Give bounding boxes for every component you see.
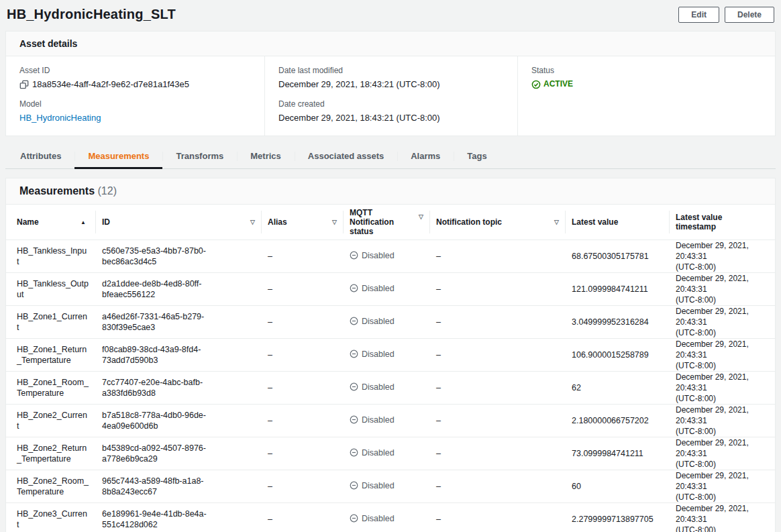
table-row[interactable]: HB_Zone2_Current b7a518c8-778a-4db0-96de… <box>6 405 775 437</box>
column-header-notification-topic: Notification topic ▽ <box>429 205 565 240</box>
model-link[interactable]: HB_HydronicHeating <box>19 112 101 123</box>
asset-details-title: Asset details <box>6 32 775 56</box>
measurement-name: HB_Tankless_Output <box>17 278 89 300</box>
notification-topic: – <box>436 317 441 327</box>
latest-value: 2.180000066757202 <box>572 416 649 425</box>
cell-latest-value-timestamp: December 29, 2021, 20:43:31 (UTC-8:00) <box>669 405 775 437</box>
cell-id: 6e189961-9e4e-41db-8e4a-551c4128d062 <box>95 503 261 532</box>
cell-latest-value: 121.0999984741211 <box>565 273 669 306</box>
table-row[interactable]: HB_Zone2_Return_Tempertature b45389cd-a0… <box>6 437 775 470</box>
tab-associated-assets[interactable]: Associated assets <box>295 146 397 168</box>
cell-mqtt-status: Disabled <box>343 339 429 372</box>
table-row[interactable]: HB_Zone1_Return_Tempertature f08cab89-38… <box>6 339 775 372</box>
cell-mqtt-status: Disabled <box>343 273 429 306</box>
cell-id: f08cab89-38cd-43a9-8fd4-73add7d590b3 <box>95 339 261 372</box>
delete-button[interactable]: Delete <box>725 7 774 23</box>
measurement-id: a46ed26f-7331-46a5-b279-830f39e5cae3 <box>102 312 204 332</box>
measurement-alias: – <box>268 515 272 524</box>
latest-value-timestamp: December 29, 2021, 20:43:31 (UTC-8:00) <box>676 504 749 532</box>
measurement-alias: – <box>268 252 272 261</box>
cell-mqtt-status: Disabled <box>343 306 429 339</box>
column-header-mqtt-notification-status: MQTT Notification status ▽ <box>343 205 429 240</box>
tab-label: Attributes <box>20 151 61 161</box>
cell-alias: – <box>261 306 343 339</box>
cell-name: HB_Zone2_Room_Temperature <box>6 470 95 503</box>
measurement-name: HB_Zone2_Room_Temperature <box>17 476 89 497</box>
cell-name: HB_Zone1_Room_Temperature <box>6 372 95 405</box>
table-row[interactable]: HB_Zone1_Current a46ed26f-7331-46a5-b279… <box>6 306 775 339</box>
notification-topic: – <box>436 482 441 491</box>
cell-latest-value: 62 <box>565 372 669 405</box>
table-row[interactable]: HB_Zone2_Room_Temperature 965c7443-a589-… <box>6 470 775 503</box>
mqtt-status-badge: Disabled <box>350 283 395 294</box>
cell-name: HB_Zone2_Return_Tempertature <box>6 437 95 470</box>
latest-value: 2.2799999713897705 <box>572 515 654 524</box>
cell-notification-topic: – <box>429 470 565 503</box>
tab-alarms[interactable]: Alarms <box>397 146 454 168</box>
cell-mqtt-status: Disabled <box>343 372 429 405</box>
latest-value: 121.0999984741211 <box>572 284 648 294</box>
details-column-2: Date last modified December 29, 2021, 18… <box>264 56 517 136</box>
cell-alias: – <box>261 470 343 503</box>
latest-value-timestamp: December 29, 2021, 20:43:31 (UTC-8:00) <box>676 307 749 337</box>
cell-name: HB_Zone3_Current <box>6 503 95 532</box>
date-created-field: Date created December 29, 2021, 18:43:21… <box>278 99 504 123</box>
notification-topic: – <box>436 350 441 360</box>
date-last-modified-value: December 29, 2021, 18:43:21 (UTC-8:00) <box>278 78 440 90</box>
date-created-label: Date created <box>278 99 504 109</box>
filter-icon[interactable]: ▽ <box>554 219 559 225</box>
cell-latest-value: 60 <box>565 470 669 503</box>
filter-icon[interactable]: ▽ <box>419 213 423 220</box>
copy-icon[interactable] <box>19 80 29 89</box>
cell-notification-topic: – <box>429 405 565 437</box>
column-header-id: ID ▽ <box>95 205 261 240</box>
cell-alias: – <box>261 240 343 273</box>
measurement-alias: – <box>268 284 272 294</box>
filter-icon[interactable]: ▽ <box>250 219 255 225</box>
tab-attributes[interactable]: Attributes <box>7 146 74 168</box>
cell-mqtt-status: Disabled <box>343 503 429 532</box>
cell-notification-topic: – <box>429 437 565 470</box>
cell-name: HB_Tankless_Output <box>6 273 95 306</box>
model-field: Model HB_HydronicHeating <box>19 99 251 123</box>
cell-notification-topic: – <box>429 372 565 405</box>
table-row[interactable]: HB_Tankless_Input c560e735-e5a3-4bb7-87b… <box>6 240 775 273</box>
cell-id: a46ed26f-7331-46a5-b279-830f39e5cae3 <box>95 306 261 339</box>
mqtt-status-text: Disabled <box>362 316 395 327</box>
cell-id: b7a518c8-778a-4db0-96de-4ea09e600d6b <box>95 405 261 437</box>
cell-alias: – <box>261 273 343 306</box>
status-active-icon <box>531 80 541 89</box>
latest-value-timestamp: December 29, 2021, 20:43:31 (UTC-8:00) <box>676 274 749 305</box>
table-header-row: Name ▲ ID ▽ Alias ▽ MQTT Notification st… <box>6 205 775 240</box>
model-label: Model <box>19 99 251 109</box>
mqtt-status-text: Disabled <box>362 349 395 360</box>
date-last-modified-label: Date last modified <box>278 66 504 75</box>
filter-icon[interactable]: ▽ <box>332 219 337 225</box>
latest-value: 60 <box>572 482 581 491</box>
cell-name: HB_Zone1_Return_Tempertature <box>6 339 95 372</box>
cell-latest-value: 68.67500305175781 <box>565 240 669 273</box>
tab-tags[interactable]: Tags <box>454 146 500 168</box>
cell-name: HB_Zone1_Current <box>6 306 95 339</box>
measurements-table: Name ▲ ID ▽ Alias ▽ MQTT Notification st… <box>6 205 775 532</box>
table-row[interactable]: HB_Tankless_Output d2a1ddee-de8b-4ed8-80… <box>6 273 775 306</box>
cell-alias: – <box>261 405 343 437</box>
tab-metrics[interactable]: Metrics <box>237 146 295 168</box>
status-value: ACTIVE <box>543 78 573 90</box>
mqtt-status-badge: Disabled <box>350 513 395 524</box>
tab-measurements[interactable]: Measurements <box>74 146 162 168</box>
measurement-id: f08cab89-38cd-43a9-8fd4-73add7d590b3 <box>102 345 201 365</box>
table-row[interactable]: HB_Zone3_Current 6e189961-9e4e-41db-8e4a… <box>6 503 775 532</box>
latest-value: 73.0999984741211 <box>572 449 643 458</box>
measurements-title: Measurements <box>19 185 95 197</box>
cell-id: 965c7443-a589-48fb-a1a8-8b8a243ecc67 <box>95 470 261 503</box>
edit-button[interactable]: Edit <box>678 7 719 23</box>
measurement-alias: – <box>268 416 272 425</box>
measurement-name: HB_Zone1_Return_Tempertature <box>17 344 89 366</box>
tab-transforms[interactable]: Transforms <box>162 146 237 168</box>
column-header-name[interactable]: Name ▲ <box>6 205 95 240</box>
latest-value: 68.67500305175781 <box>572 252 649 261</box>
cell-latest-value: 73.0999984741211 <box>565 437 669 470</box>
table-row[interactable]: HB_Zone1_Room_Temperature 7cc77407-e20e-… <box>6 372 775 405</box>
disabled-icon <box>350 350 358 358</box>
